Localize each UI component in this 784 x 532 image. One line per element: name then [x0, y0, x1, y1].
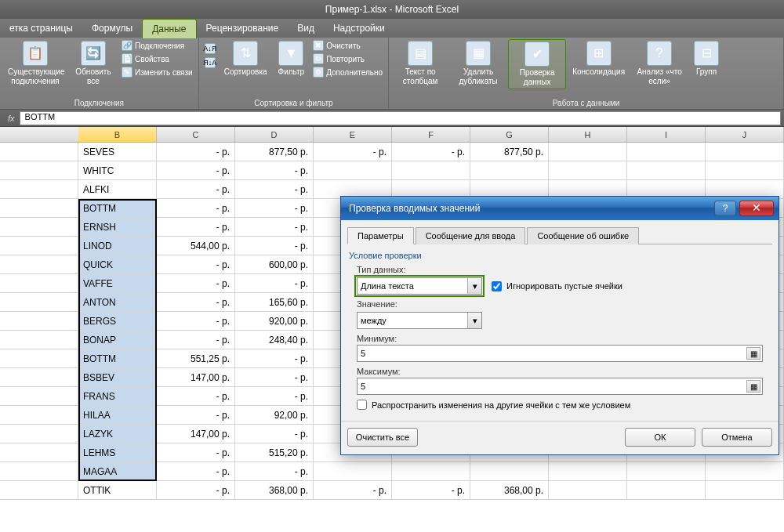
filter-button[interactable]: ▼ Фильтр — [274, 39, 310, 78]
col-header-g[interactable]: G — [470, 127, 549, 142]
cell[interactable] — [392, 161, 470, 180]
cell[interactable] — [314, 462, 392, 481]
cell[interactable] — [0, 406, 78, 425]
cell[interactable] — [0, 161, 78, 180]
cell[interactable] — [0, 237, 78, 255]
connections-link[interactable]: 🔗Подключения — [119, 39, 195, 52]
min-input[interactable]: 5 ▦ — [357, 345, 763, 362]
cell[interactable] — [0, 274, 78, 293]
col-header-f[interactable]: F — [392, 127, 470, 142]
advanced-filter-button[interactable]: ⚙Дополнительно — [310, 66, 385, 78]
cell[interactable] — [392, 462, 470, 481]
cell[interactable]: 368,00 р. — [235, 481, 314, 500]
tab-view[interactable]: Вид — [288, 19, 324, 38]
cell[interactable] — [627, 481, 706, 500]
cell[interactable]: - р. — [235, 274, 314, 293]
cell[interactable]: - р. — [157, 218, 235, 237]
cell[interactable]: 600,00 р. — [235, 255, 314, 274]
cell[interactable]: FRANS — [78, 387, 157, 406]
cell[interactable]: OTTIK — [78, 481, 157, 500]
cell[interactable] — [0, 481, 78, 500]
cell[interactable] — [627, 161, 706, 180]
consolidate-button[interactable]: ⊞ Консолидация — [568, 39, 630, 78]
cell[interactable]: - р. — [157, 274, 235, 293]
data-operator-dropdown[interactable]: между ▾ — [357, 312, 482, 329]
cell[interactable]: 92,00 р. — [235, 406, 314, 425]
cell[interactable] — [549, 143, 627, 161]
cell[interactable]: - р. — [235, 368, 314, 387]
cell[interactable]: - р. — [157, 387, 235, 406]
cell[interactable]: LAZYK — [78, 425, 157, 443]
cell[interactable] — [549, 481, 627, 500]
cell[interactable]: 248,40 р. — [235, 331, 314, 349]
group-button[interactable]: ⊟ Групп — [689, 39, 724, 78]
cell[interactable]: VAFFE — [78, 274, 157, 293]
cell[interactable]: - р. — [157, 443, 235, 462]
apply-changes-checkbox[interactable]: Распространить изменения на другие ячейк… — [357, 400, 772, 410]
col-header-b[interactable]: B — [78, 127, 157, 142]
cell[interactable]: - р. — [157, 255, 235, 274]
text-to-columns-button[interactable]: ▤ Текст по столбцам — [392, 39, 448, 88]
cell[interactable] — [0, 143, 78, 161]
cell[interactable]: 368,00 р. — [470, 481, 549, 500]
cell[interactable]: - р. — [157, 481, 235, 500]
cell[interactable] — [0, 312, 78, 331]
cell[interactable] — [0, 443, 78, 462]
cell[interactable]: ALFKI — [78, 180, 157, 199]
cell[interactable]: 551,25 р. — [157, 349, 235, 368]
cell[interactable]: HILAA — [78, 406, 157, 425]
cell[interactable]: WHITC — [78, 161, 157, 180]
cell[interactable]: 165,60 р. — [235, 293, 314, 312]
cell[interactable] — [0, 199, 78, 218]
cell[interactable]: ANTON — [78, 293, 157, 312]
cell[interactable]: 515,20 р. — [235, 443, 314, 462]
cell[interactable]: - р. — [392, 143, 470, 161]
cell[interactable]: - р. — [235, 161, 314, 180]
cell[interactable]: BERGS — [78, 312, 157, 331]
cell[interactable]: - р. — [235, 349, 314, 368]
cell[interactable] — [314, 161, 392, 180]
cell[interactable]: BOTTM — [78, 199, 157, 218]
cell[interactable] — [0, 387, 78, 406]
cell[interactable] — [706, 462, 784, 481]
cell[interactable]: - р. — [157, 293, 235, 312]
cell[interactable]: - р. — [157, 161, 235, 180]
tab-data[interactable]: Данные — [142, 19, 196, 38]
ignore-blank-checkbox[interactable]: Игнорировать пустые ячейки — [492, 281, 622, 291]
cell[interactable]: - р. — [157, 312, 235, 331]
cell[interactable] — [0, 218, 78, 237]
cell[interactable]: - р. — [157, 143, 235, 161]
edit-links-link[interactable]: ✎Изменить связи — [119, 66, 195, 78]
cell[interactable] — [0, 425, 78, 443]
refresh-all-button[interactable]: 🔄 Обновить все — [69, 39, 118, 88]
allow-dropdown[interactable]: Длина текста ▾ — [357, 277, 482, 295]
cell[interactable] — [0, 180, 78, 199]
dialog-tab-error-msg[interactable]: Сообщение об ошибке — [527, 227, 639, 244]
cell[interactable]: - р. — [235, 425, 314, 443]
col-header-c[interactable]: C — [157, 127, 235, 142]
cell[interactable] — [0, 293, 78, 312]
sort-asc-button[interactable]: А↓Я — [202, 42, 218, 55]
remove-duplicates-button[interactable]: ▦ Удалить дубликаты — [450, 39, 506, 88]
cell[interactable]: MAGAA — [78, 462, 157, 481]
cell[interactable]: BSBEV — [78, 368, 157, 387]
cell[interactable] — [627, 462, 706, 481]
sort-button[interactable]: ⇅ Сортировка — [220, 39, 272, 78]
sort-desc-button[interactable]: Я↓А — [202, 56, 218, 69]
cell[interactable]: - р. — [235, 199, 314, 218]
cell[interactable]: - р. — [235, 387, 314, 406]
col-header-j[interactable]: J — [706, 127, 784, 142]
cell[interactable]: 147,00 р. — [157, 425, 235, 443]
cell[interactable]: 544,00 р. — [157, 237, 235, 255]
cell[interactable]: LEHMS — [78, 443, 157, 462]
range-selector-icon[interactable]: ▦ — [746, 347, 760, 360]
cell[interactable]: - р. — [235, 218, 314, 237]
cell[interactable]: - р. — [235, 462, 314, 481]
cell[interactable]: ERNSH — [78, 218, 157, 237]
what-if-button[interactable]: ? Анализ «что если» — [631, 39, 688, 88]
dialog-tab-settings[interactable]: Параметры — [347, 227, 414, 244]
cell[interactable]: 920,00 р. — [235, 312, 314, 331]
cell[interactable]: 147,00 р. — [157, 368, 235, 387]
cell[interactable] — [549, 161, 627, 180]
cell[interactable]: - р. — [157, 180, 235, 199]
